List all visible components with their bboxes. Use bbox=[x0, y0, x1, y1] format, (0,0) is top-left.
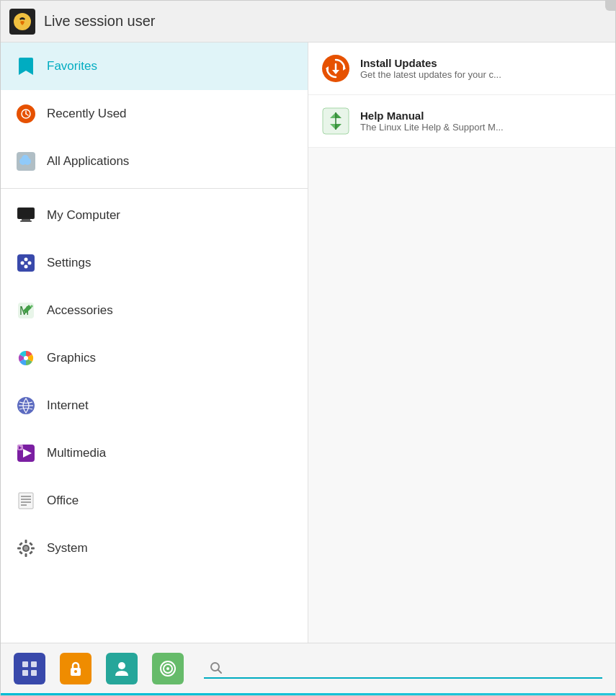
sidebar-item-system[interactable]: System bbox=[1, 525, 308, 572]
title-bar-text: Live session user bbox=[44, 13, 156, 30]
lock-button[interactable] bbox=[60, 653, 91, 684]
svg-point-16 bbox=[24, 258, 28, 262]
monitor-icon bbox=[15, 205, 37, 226]
svg-rect-40 bbox=[19, 542, 23, 546]
svg-rect-12 bbox=[19, 209, 33, 218]
svg-point-14 bbox=[21, 262, 24, 265]
search-input[interactable] bbox=[228, 661, 597, 674]
install-updates-desc: Get the latest updates for your c... bbox=[360, 69, 501, 80]
svg-rect-54 bbox=[31, 670, 37, 676]
settings-label: Settings bbox=[47, 256, 91, 270]
svg-rect-53 bbox=[22, 670, 28, 676]
multimedia-icon bbox=[15, 442, 37, 464]
install-updates-text: Install Updates Get the latest updates f… bbox=[360, 57, 501, 80]
copy-button[interactable] bbox=[152, 653, 184, 684]
svg-rect-10 bbox=[22, 219, 30, 220]
svg-rect-52 bbox=[31, 661, 37, 667]
svg-point-56 bbox=[74, 670, 77, 673]
help-manual-icon bbox=[321, 107, 350, 135]
svg-point-8 bbox=[22, 155, 29, 162]
svg-rect-41 bbox=[29, 542, 33, 546]
svg-rect-29 bbox=[19, 493, 33, 509]
svg-rect-38 bbox=[17, 548, 21, 550]
all-applications-label: All Applications bbox=[47, 154, 129, 169]
svg-point-15 bbox=[28, 262, 32, 265]
search-bar bbox=[204, 659, 602, 679]
main-content: Favorites Recently Used bbox=[1, 43, 615, 643]
svg-rect-37 bbox=[25, 553, 27, 557]
clock-icon bbox=[15, 103, 37, 125]
svg-rect-36 bbox=[25, 540, 27, 543]
accessories-icon: M bbox=[15, 300, 37, 321]
window-corner bbox=[605, 1, 615, 11]
recently-used-label: Recently Used bbox=[47, 107, 127, 121]
sidebar-item-my-computer[interactable]: My Computer bbox=[1, 192, 308, 239]
sidebar-item-recently-used[interactable]: Recently Used bbox=[1, 90, 308, 138]
app-logo-icon bbox=[9, 9, 35, 35]
settings-icon bbox=[15, 252, 37, 274]
graphics-label: Graphics bbox=[47, 351, 96, 365]
sidebar-item-accessories[interactable]: M Accessories bbox=[1, 287, 308, 334]
right-panel: Install Updates Get the latest updates f… bbox=[308, 43, 615, 643]
sidebar-item-all-applications[interactable]: All Applications bbox=[1, 138, 308, 185]
help-manual-title: Help Manual bbox=[360, 110, 504, 122]
bottom-bar bbox=[1, 643, 615, 693]
left-panel: Favorites Recently Used bbox=[1, 43, 308, 643]
help-manual-text: Help Manual The Linux Lite Help & Suppor… bbox=[360, 110, 504, 133]
bookmark-icon bbox=[15, 55, 37, 77]
sidebar-item-graphics[interactable]: Graphics bbox=[1, 334, 308, 382]
svg-rect-39 bbox=[31, 548, 35, 550]
accent-bar bbox=[1, 693, 615, 695]
user-button[interactable] bbox=[106, 653, 138, 684]
apps-icon bbox=[15, 151, 37, 172]
sidebar-item-office[interactable]: Office bbox=[1, 477, 308, 525]
search-icon bbox=[210, 661, 223, 674]
app-item-help-manual[interactable]: Help Manual The Linux Lite Help & Suppor… bbox=[308, 95, 615, 148]
dots-button[interactable] bbox=[14, 653, 45, 684]
svg-rect-42 bbox=[19, 550, 23, 555]
svg-point-60 bbox=[166, 667, 169, 670]
svg-rect-13 bbox=[17, 254, 35, 272]
system-label: System bbox=[47, 541, 88, 556]
svg-point-21 bbox=[24, 356, 28, 360]
system-icon bbox=[15, 537, 37, 559]
svg-line-4 bbox=[26, 114, 28, 115]
office-icon bbox=[15, 490, 37, 512]
graphics-icon bbox=[15, 347, 37, 369]
install-updates-icon bbox=[321, 54, 350, 83]
svg-point-35 bbox=[24, 546, 28, 550]
sidebar-item-favorites[interactable]: Favorites bbox=[1, 43, 308, 90]
svg-rect-11 bbox=[20, 220, 32, 222]
svg-point-17 bbox=[24, 265, 28, 269]
sidebar-item-internet[interactable]: Internet bbox=[1, 382, 308, 429]
sidebar-item-settings[interactable]: Settings bbox=[1, 239, 308, 287]
my-computer-label: My Computer bbox=[47, 208, 120, 223]
svg-rect-43 bbox=[29, 550, 33, 555]
multimedia-label: Multimedia bbox=[47, 446, 106, 460]
svg-line-62 bbox=[218, 669, 222, 673]
office-label: Office bbox=[47, 494, 79, 508]
help-manual-desc: The Linux Lite Help & Support M... bbox=[360, 122, 504, 133]
svg-rect-51 bbox=[22, 661, 28, 667]
title-bar: Live session user bbox=[1, 1, 615, 43]
app-item-install-updates[interactable]: Install Updates Get the latest updates f… bbox=[308, 43, 615, 95]
install-updates-title: Install Updates bbox=[360, 57, 501, 69]
internet-label: Internet bbox=[47, 398, 89, 413]
favorites-label: Favorites bbox=[47, 59, 97, 73]
separator-1 bbox=[1, 188, 308, 189]
sidebar-item-multimedia[interactable]: Multimedia bbox=[1, 429, 308, 477]
svg-point-57 bbox=[118, 662, 125, 669]
accessories-label: Accessories bbox=[47, 303, 113, 318]
internet-icon bbox=[15, 395, 37, 416]
app-window: Live session user Favorites bbox=[0, 0, 616, 696]
